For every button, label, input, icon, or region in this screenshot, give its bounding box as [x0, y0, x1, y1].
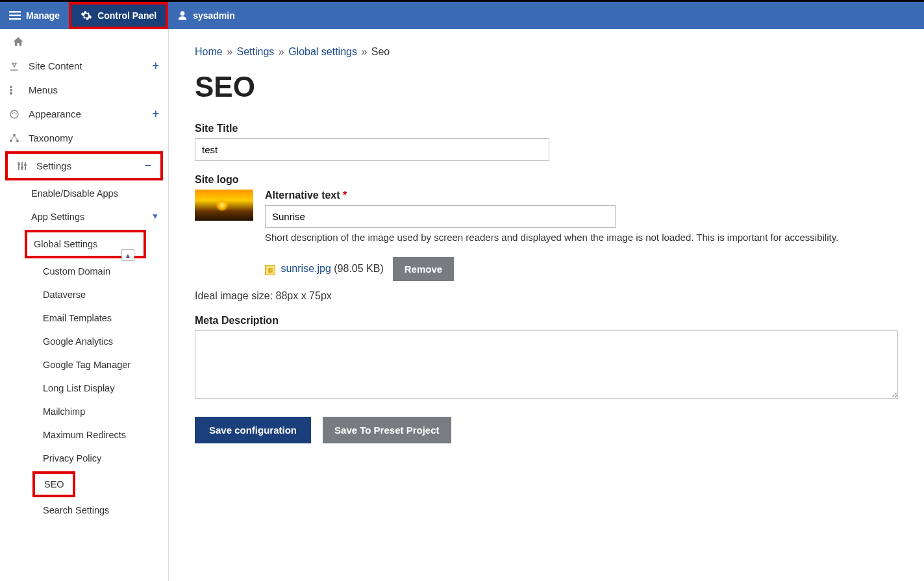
user-menu[interactable]: sysadmin: [168, 2, 244, 29]
svg-point-7: [12, 112, 13, 114]
breadcrumb-current: Seo: [371, 46, 390, 57]
action-buttons: Save configuration Save To Preset Projec…: [195, 417, 898, 443]
sidebar-home[interactable]: [0, 29, 168, 54]
sidebar-item-label: Global Settings: [34, 239, 97, 249]
topbar: Manage Control Panel sysadmin: [0, 0, 924, 29]
svg-point-3: [10, 86, 12, 88]
breadcrumb: Home » Settings » Global settings » Seo: [195, 46, 898, 58]
sidebar-item-label: Settings: [36, 160, 71, 171]
taxonomy-icon: [9, 133, 25, 143]
alt-text-input[interactable]: [265, 205, 616, 228]
site-title-input[interactable]: [195, 138, 549, 161]
svg-point-18: [18, 163, 20, 166]
control-panel-menu[interactable]: Control Panel: [69, 2, 168, 29]
file-icon: ▦: [265, 265, 275, 275]
chevron-up-icon[interactable]: ▲: [121, 249, 134, 261]
manage-menu[interactable]: Manage: [0, 2, 69, 29]
site-title-group: Site Title: [195, 123, 898, 161]
sidebar-item-menus[interactable]: Menus: [0, 78, 168, 102]
sidebar-item-label: Enable/Disable Apps: [31, 188, 118, 199]
meta-description-group: Meta Description: [195, 315, 898, 401]
site-logo-group: Site logo Alternative text * Short descr…: [195, 174, 898, 302]
svg-line-13: [11, 136, 14, 140]
breadcrumb-global[interactable]: Global settings: [288, 46, 357, 57]
sidebar-sub-enable-disable-apps[interactable]: Enable/Disable Apps: [0, 182, 168, 205]
sidebar-leaf-maximum-redirects[interactable]: Maximum Redirects: [0, 423, 168, 447]
breadcrumb-settings[interactable]: Settings: [237, 46, 275, 57]
meta-description-label: Meta Description: [195, 315, 898, 327]
sidebar-item-site-content[interactable]: Site Content +: [0, 54, 168, 78]
save-configuration-button[interactable]: Save configuration: [195, 417, 311, 443]
sidebar-item-label: Menus: [29, 84, 58, 95]
sidebar-leaf-mailchimp[interactable]: Mailchimp: [0, 400, 168, 423]
main-content: Home » Settings » Global settings » Seo …: [169, 29, 924, 581]
required-marker: *: [343, 190, 347, 201]
sidebar-item-settings[interactable]: Settings −: [8, 154, 160, 178]
minus-icon[interactable]: −: [144, 159, 151, 173]
file-link[interactable]: sunrise.jpg: [281, 263, 331, 274]
sidebar-item-taxonomy[interactable]: Taxonomy: [0, 126, 168, 150]
manage-label: Manage: [26, 10, 60, 21]
save-preset-button[interactable]: Save To Preset Project: [323, 417, 451, 443]
sidebar-leaf-email-templates[interactable]: Email Templates: [0, 306, 168, 330]
svg-rect-1: [9, 15, 21, 17]
ideal-size-note: Ideal image size: 88px x 75px: [195, 290, 898, 302]
sliders-icon: [17, 161, 32, 171]
remove-button[interactable]: Remove: [393, 257, 454, 281]
content-icon: [9, 61, 25, 71]
home-icon: [12, 36, 156, 47]
sidebar-item-label: Site Content: [29, 60, 82, 71]
page-title: SEO: [195, 71, 898, 103]
sidebar-item-label: Appearance: [29, 108, 81, 119]
logo-thumbnail: [195, 190, 253, 221]
sidebar-leaf-google-analytics[interactable]: Google Analytics: [0, 330, 168, 353]
file-size: (98.05 KB): [334, 263, 383, 274]
sidebar-leaf-dataverse[interactable]: Dataverse: [0, 283, 168, 306]
sidebar-item-appearance[interactable]: Appearance +: [0, 102, 168, 126]
svg-rect-0: [9, 11, 21, 13]
sidebar-leaf-custom-domain[interactable]: Custom Domain: [0, 260, 168, 283]
meta-description-input[interactable]: [195, 330, 898, 399]
svg-point-8: [14, 111, 15, 112]
svg-point-9: [16, 112, 17, 114]
svg-point-4: [10, 89, 12, 92]
sidebar-leaf-google-tag-manager[interactable]: Google Tag Manager: [0, 353, 168, 377]
gear-icon: [81, 10, 92, 21]
svg-point-19: [21, 166, 23, 169]
plus-icon[interactable]: +: [152, 59, 159, 73]
sidebar-item-label: App Settings: [31, 212, 84, 222]
control-panel-label: Control Panel: [97, 10, 156, 21]
sidebar-leaf-search-settings[interactable]: Search Settings: [0, 499, 168, 522]
sidebar-sub-app-settings[interactable]: App Settings ▼: [0, 205, 168, 229]
alt-text-hint: Short description of the image used by s…: [265, 232, 898, 243]
sidebar-leaf-seo[interactable]: SEO: [35, 474, 73, 495]
user-label: sysadmin: [193, 10, 235, 21]
svg-rect-2: [9, 18, 21, 20]
svg-point-20: [24, 164, 27, 166]
sidebar-sub-global-settings[interactable]: Global Settings ▲: [27, 232, 144, 256]
svg-point-5: [10, 92, 12, 95]
site-logo-label: Site logo: [195, 174, 898, 186]
sidebar-leaf-long-list-display[interactable]: Long List Display: [0, 377, 168, 400]
svg-line-14: [14, 136, 18, 140]
breadcrumb-home[interactable]: Home: [195, 46, 223, 57]
user-icon: [177, 10, 188, 21]
hamburger-icon: [9, 11, 21, 20]
menus-icon: [9, 85, 25, 95]
sidebar-leaf-privacy-policy[interactable]: Privacy Policy: [0, 447, 168, 470]
plus-icon[interactable]: +: [152, 107, 159, 121]
sidebar-item-label: Taxonomy: [29, 132, 73, 143]
alt-text-label: Alternative text *: [265, 190, 898, 201]
chevron-down-icon[interactable]: ▼: [151, 212, 159, 221]
appearance-icon: [9, 109, 25, 119]
site-title-label: Site Title: [195, 123, 898, 134]
sidebar: Site Content + Menus Appearance + Taxono…: [0, 29, 169, 581]
